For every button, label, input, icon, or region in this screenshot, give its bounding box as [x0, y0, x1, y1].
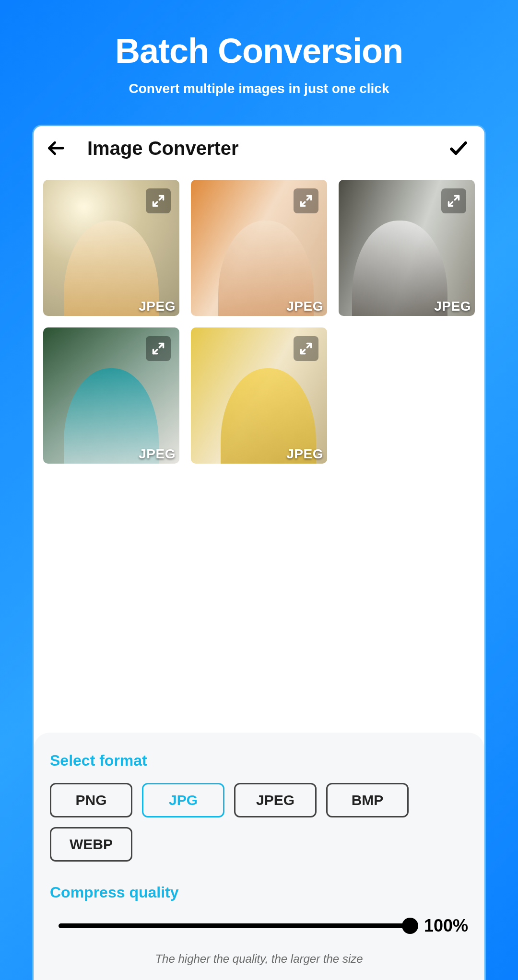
format-option-bmp[interactable]: BMP	[326, 783, 409, 817]
format-badge: JPEG	[286, 299, 323, 314]
quality-section-label: Compress quality	[50, 884, 468, 901]
app-card: Image Converter JPEG JPEG JPEG	[32, 125, 486, 980]
expand-button[interactable]	[441, 188, 466, 213]
quality-value: 100%	[420, 916, 468, 936]
image-thumb[interactable]: JPEG	[191, 180, 327, 316]
image-thumb[interactable]: JPEG	[339, 180, 475, 316]
image-thumb[interactable]: JPEG	[43, 180, 179, 316]
image-grid: JPEG JPEG JPEG JPEG	[34, 170, 484, 464]
check-icon	[448, 138, 469, 159]
screen-title: Image Converter	[87, 138, 447, 159]
quality-slider[interactable]	[59, 923, 411, 928]
expand-icon	[299, 342, 313, 355]
slider-thumb[interactable]	[402, 918, 418, 934]
format-badge: JPEG	[139, 299, 176, 314]
format-option-jpg[interactable]: JPG	[142, 783, 224, 817]
format-option-jpeg[interactable]: JPEG	[234, 783, 317, 817]
format-option-webp[interactable]: WEBP	[50, 827, 132, 862]
format-badge: JPEG	[286, 446, 323, 462]
arrow-left-icon	[46, 139, 65, 158]
app-header: Image Converter	[34, 126, 484, 170]
expand-button[interactable]	[294, 336, 318, 361]
hero-subtitle: Convert multiple images in just one clic…	[0, 81, 518, 96]
quality-hint: The higher the quality, the larger the s…	[50, 952, 468, 966]
format-badge: JPEG	[139, 446, 176, 462]
expand-button[interactable]	[146, 188, 171, 213]
hero-title: Batch Conversion	[0, 31, 518, 70]
expand-button[interactable]	[294, 188, 318, 213]
format-badge: JPEG	[434, 299, 471, 314]
confirm-button[interactable]	[447, 137, 470, 160]
options-panel: Select format PNG JPG JPEG BMP WEBP Comp…	[34, 733, 484, 980]
expand-icon	[152, 194, 165, 208]
format-option-png[interactable]: PNG	[50, 783, 132, 817]
quality-slider-row: 100%	[50, 916, 468, 936]
format-section-label: Select format	[50, 752, 468, 770]
image-thumb[interactable]: JPEG	[43, 327, 179, 464]
expand-icon	[447, 194, 460, 208]
image-thumb[interactable]: JPEG	[191, 327, 327, 464]
expand-icon	[299, 194, 313, 208]
expand-button[interactable]	[146, 336, 171, 361]
back-button[interactable]	[44, 137, 67, 160]
format-options: PNG JPG JPEG BMP WEBP	[50, 783, 468, 862]
expand-icon	[152, 342, 165, 355]
